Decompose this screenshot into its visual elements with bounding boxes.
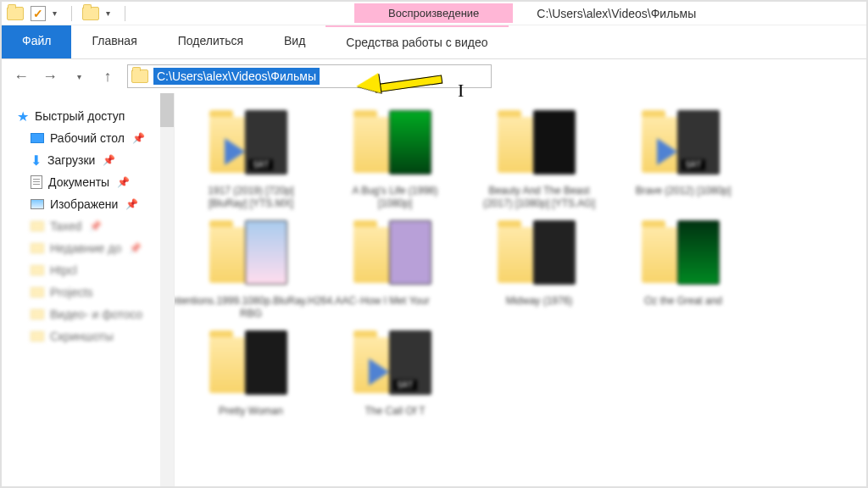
titlebar: ✓ ▾ ▾ Воспроизведение C:\Users\alex\Vide…: [2, 2, 866, 25]
sidebar-pictures[interactable]: Изображени📌: [17, 193, 170, 215]
thumbnail: [642, 220, 725, 290]
folder-item[interactable]: A Bug's Life (1998) [1080p]: [336, 110, 454, 210]
item-label: The Call Of T: [364, 405, 425, 418]
properties-icon[interactable]: ✓: [31, 6, 46, 21]
thumbnail: [498, 220, 581, 290]
folder-item[interactable]: Midway (1976): [480, 220, 598, 320]
sidebar-item-label: Скриншоты: [50, 330, 114, 343]
item-label: A Bug's Life (1998) [1080p]: [336, 185, 454, 210]
sidebar-item-label: Документы: [48, 175, 109, 189]
sidebar-item-label: Видео- и фотосо: [50, 308, 142, 321]
recent-chevron-icon[interactable]: ▾: [70, 67, 88, 86]
thumbnail: [353, 220, 437, 290]
thumbnail: [209, 330, 292, 400]
sidebar-item[interactable]: Htpcl: [17, 259, 170, 281]
sidebar-item-label: Projects: [50, 286, 93, 299]
item-label: Brave (2012) [1080p]: [636, 185, 732, 197]
thumbnail: [353, 330, 437, 400]
item-label: Oz the Great and: [644, 295, 722, 308]
thumbnail: [353, 110, 437, 180]
ribbon-tabs: Файл Главная Поделиться Вид Средства раб…: [2, 25, 866, 59]
sidebar-item[interactable]: Taxed📌: [17, 215, 170, 237]
thumbnail: [209, 220, 292, 290]
sidebar-item-label: Изображени: [50, 197, 118, 211]
chevron-down-icon[interactable]: ▾: [53, 8, 61, 18]
contextual-tab-header: Воспроизведение: [354, 3, 513, 23]
title-area: Воспроизведение C:\Users\alex\Videos\Фил…: [134, 2, 866, 25]
quick-access-toolbar: ✓ ▾ ▾: [2, 2, 134, 25]
new-folder-icon[interactable]: [82, 7, 99, 20]
folder-icon: [31, 265, 44, 275]
item-label: 1917 (2019) [720p] [BluRay] [YTS.MX]: [192, 185, 310, 210]
folder-icon: [31, 287, 44, 297]
folder-icon: [131, 69, 148, 83]
folder-item[interactable]: Cruel.Intentions.1999.1080p.BluRay.H264.…: [192, 220, 310, 320]
chevron-down-icon[interactable]: ▾: [106, 8, 114, 18]
address-path[interactable]: C:\Users\alex\Videos\Фильмы: [153, 68, 320, 85]
sidebar-documents[interactable]: Документы📌: [17, 171, 170, 193]
tab-view[interactable]: Вид: [264, 25, 326, 58]
tab-file[interactable]: Файл: [2, 25, 71, 58]
sidebar-item-label: Htpcl: [50, 263, 77, 277]
item-label: Pretty Woman: [219, 405, 283, 418]
folder-item[interactable]: How I Met Your: [336, 220, 454, 320]
pin-icon: 📌: [125, 198, 138, 210]
up-button[interactable]: ↑: [98, 67, 117, 86]
thumbnail: [498, 110, 581, 180]
sidebar-item[interactable]: Projects: [17, 281, 170, 303]
back-button[interactable]: ←: [12, 67, 31, 86]
item-label: Midway (1976): [506, 295, 573, 308]
download-icon: ⬇: [31, 152, 42, 169]
sidebar-quick-access[interactable]: ★Быстрый доступ: [17, 105, 170, 127]
item-label: How I Met Your: [360, 295, 429, 308]
pin-icon: 📌: [89, 220, 102, 232]
divider: [125, 6, 125, 21]
folder-icon: [31, 243, 44, 253]
sidebar-item-label: Быстрый доступ: [35, 109, 125, 123]
sidebar-item-label: Загрузки: [47, 153, 95, 167]
folder-item[interactable]: Beauty And The Beast (2017) [1080p] [YTS…: [480, 110, 598, 210]
divider: [71, 6, 72, 21]
sidebar-item-label: Taxed: [50, 219, 81, 233]
folder-icon[interactable]: [7, 7, 24, 20]
thumbnail: [642, 110, 725, 180]
pin-icon: 📌: [132, 132, 145, 144]
item-label: Beauty And The Beast (2017) [1080p] [YTS…: [480, 185, 598, 210]
folder-item[interactable]: Oz the Great and: [624, 220, 743, 320]
sidebar-item-label: Рабочий стол: [50, 131, 125, 145]
sidebar-item[interactable]: Скриншоты: [17, 325, 170, 347]
thumbnail: [209, 110, 292, 180]
scrollbar-thumb[interactable]: [160, 93, 174, 127]
address-bar[interactable]: C:\Users\alex\Videos\Фильмы: [127, 64, 492, 88]
desktop-icon: [31, 133, 44, 143]
content-pane[interactable]: 1917 (2019) [720p] [BluRay] [YTS.MX] A B…: [175, 93, 866, 486]
pin-icon: 📌: [117, 176, 130, 188]
text-cursor-icon: I: [458, 80, 464, 102]
window-title: C:\Users\alex\Videos\Фильмы: [513, 7, 720, 20]
sidebar-item[interactable]: Видео- и фотосо: [17, 303, 170, 325]
navigation-pane: ★Быстрый доступ Рабочий стол📌 ⬇Загрузки📌…: [2, 93, 175, 486]
folder-icon: [31, 309, 44, 319]
tab-home[interactable]: Главная: [71, 25, 157, 58]
folder-item[interactable]: Pretty Woman: [192, 330, 310, 418]
forward-button[interactable]: →: [41, 67, 59, 86]
folder-item[interactable]: Brave (2012) [1080p]: [624, 110, 743, 210]
folder-icon: [31, 331, 44, 341]
folder-item[interactable]: 1917 (2019) [720p] [BluRay] [YTS.MX]: [192, 110, 310, 210]
pin-icon: 📌: [103, 154, 115, 166]
item-label: Cruel.Intentions.1999.1080p.BluRay.H264.…: [175, 295, 359, 320]
sidebar-downloads[interactable]: ⬇Загрузки📌: [17, 149, 170, 171]
sidebar-item[interactable]: Недавние до📌: [17, 237, 170, 259]
sidebar-item-label: Недавние до: [50, 241, 121, 255]
body: ★Быстрый доступ Рабочий стол📌 ⬇Загрузки📌…: [2, 93, 866, 486]
pictures-icon: [31, 199, 44, 209]
documents-icon: [31, 175, 42, 189]
navigation-bar: ← → ▾ ↑ C:\Users\alex\Videos\Фильмы: [2, 59, 866, 93]
folder-icon: [31, 221, 44, 231]
sidebar-desktop[interactable]: Рабочий стол📌: [17, 127, 170, 149]
tab-share[interactable]: Поделиться: [158, 25, 264, 58]
tab-video-tools[interactable]: Средства работы с видео: [326, 25, 508, 58]
folder-item[interactable]: The Call Of T: [336, 330, 454, 418]
pin-icon: 📌: [129, 242, 142, 254]
star-icon: ★: [17, 108, 29, 125]
